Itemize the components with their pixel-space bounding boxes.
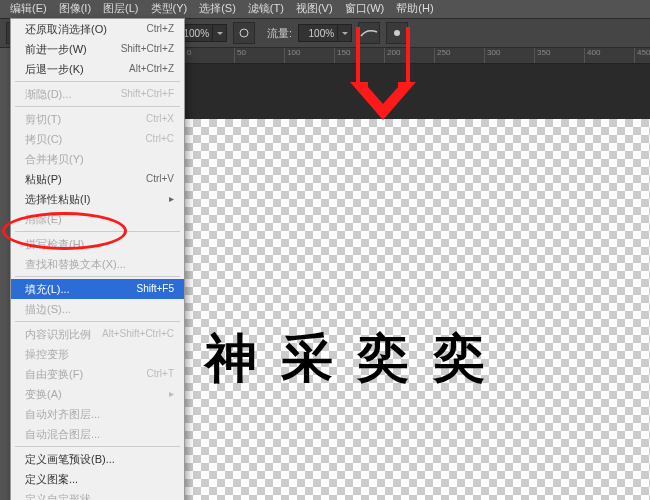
menu-separator [15, 81, 180, 82]
menu-window[interactable]: 窗口(W) [339, 0, 391, 18]
ruler-tick: 400 [585, 48, 635, 63]
canvas-text-layer: 神采奕奕 [205, 324, 509, 394]
menu-item-label: 自动混合图层... [25, 427, 100, 441]
menu-item-label: 清除(E) [25, 212, 62, 226]
menu-item-label: 自由变换(F) [25, 367, 83, 381]
menu-separator [15, 276, 180, 277]
menu-item[interactable]: 定义画笔预设(B)... [11, 449, 184, 469]
menu-item-shortcut: Ctrl+V [146, 172, 174, 186]
menu-filter[interactable]: 滤镜(T) [242, 0, 290, 18]
ruler-tick: 300 [485, 48, 535, 63]
ruler-tick: 0 [185, 48, 235, 63]
edit-menu-dropdown: 还原取消选择(O)Ctrl+Z前进一步(W)Shift+Ctrl+Z后退一步(K… [10, 18, 185, 500]
menu-item-label: 填充(L)... [25, 282, 70, 296]
menu-select[interactable]: 选择(S) [193, 0, 242, 18]
menu-item-shortcut: Ctrl+C [145, 132, 174, 146]
svg-point-1 [240, 29, 248, 37]
menu-item: 合并拷贝(Y) [11, 149, 184, 169]
menu-item: 查找和替换文本(X)... [11, 254, 184, 274]
menu-item-label: 定义画笔预设(B)... [25, 452, 115, 466]
menu-separator [15, 231, 180, 232]
ruler-tick: 150 [335, 48, 385, 63]
menu-item-shortcut: Alt+Ctrl+Z [129, 62, 174, 76]
menu-help[interactable]: 帮助(H) [390, 0, 439, 18]
menu-item-label: 还原取消选择(O) [25, 22, 107, 36]
menu-item-label: 粘贴(P) [25, 172, 62, 186]
menu-item-label: 拼写检查(H)... [25, 237, 93, 251]
ruler-tick: 350 [535, 48, 585, 63]
menu-item: 自由变换(F)Ctrl+T [11, 364, 184, 384]
menu-item: 自动对齐图层... [11, 404, 184, 424]
ruler-tick: 450 [635, 48, 650, 63]
menu-layer[interactable]: 图层(L) [97, 0, 144, 18]
menu-item: 自动混合图层... [11, 424, 184, 444]
menu-item-label: 定义图案... [25, 472, 78, 486]
menu-item-shortcut: Ctrl+Z [147, 22, 175, 36]
menu-item-shortcut: Ctrl+X [146, 112, 174, 126]
horizontal-ruler: 0501001502002503003504004505005506006507… [185, 48, 650, 64]
menu-type[interactable]: 类型(Y) [145, 0, 194, 18]
menu-item-label: 剪切(T) [25, 112, 61, 126]
menu-item-label: 后退一步(K) [25, 62, 84, 76]
menu-item[interactable]: 填充(L)...Shift+F5 [11, 279, 184, 299]
menu-item-label: 描边(S)... [25, 302, 71, 316]
menu-item-label: 查找和替换文本(X)... [25, 257, 126, 271]
menu-item: 清除(E) [11, 209, 184, 229]
menu-item-shortcut: Alt+Shift+Ctrl+C [102, 327, 174, 341]
menu-item-shortcut: Ctrl+T [147, 367, 175, 381]
menu-item[interactable]: 后退一步(K)Alt+Ctrl+Z [11, 59, 184, 79]
menu-item-label: 变换(A) [25, 387, 62, 401]
flow-field[interactable] [298, 24, 338, 42]
menu-item-shortcut: Shift+Ctrl+Z [121, 42, 174, 56]
menu-item: 剪切(T)Ctrl+X [11, 109, 184, 129]
menu-item: 操控变形 [11, 344, 184, 364]
canvas-workspace: 神采奕奕 [185, 64, 650, 500]
menu-item-label: 操控变形 [25, 347, 69, 361]
menu-item: 内容识别比例Alt+Shift+Ctrl+C [11, 324, 184, 344]
svg-point-2 [394, 30, 400, 36]
menu-item: 定义自定形状... [11, 489, 184, 500]
menu-item-label: 选择性粘贴(I) [25, 192, 90, 206]
menu-item: 拷贝(C)Ctrl+C [11, 129, 184, 149]
ruler-tick: 100 [285, 48, 335, 63]
menu-item-label: 合并拷贝(Y) [25, 152, 84, 166]
airbrush-icon[interactable] [358, 22, 380, 44]
menu-item-label: 自动对齐图层... [25, 407, 100, 421]
menu-item: 描边(S)... [11, 299, 184, 319]
menu-item: 变换(A)▸ [11, 384, 184, 404]
menu-item-label: 渐隐(D)... [25, 87, 71, 101]
menubar: 编辑(E) 图像(I) 图层(L) 类型(Y) 选择(S) 滤镜(T) 视图(V… [0, 0, 650, 18]
menu-item-label: 前进一步(W) [25, 42, 87, 56]
menu-view[interactable]: 视图(V) [290, 0, 339, 18]
menu-separator [15, 106, 180, 107]
flow-dropdown-icon[interactable] [338, 24, 352, 42]
pressure-size-icon[interactable] [386, 22, 408, 44]
ruler-tick: 250 [435, 48, 485, 63]
ruler-tick: 200 [385, 48, 435, 63]
pressure-opacity-icon[interactable] [233, 22, 255, 44]
menu-item-label: 定义自定形状... [25, 492, 100, 500]
menu-separator [15, 446, 180, 447]
menu-item: 渐隐(D)...Shift+Ctrl+F [11, 84, 184, 104]
opacity-dropdown-icon[interactable] [213, 24, 227, 42]
menu-item[interactable]: 粘贴(P)Ctrl+V [11, 169, 184, 189]
menu-item-label: 内容识别比例 [25, 327, 91, 341]
menu-separator [15, 321, 180, 322]
document-canvas[interactable]: 神采奕奕 [185, 119, 650, 500]
menu-edit[interactable]: 编辑(E) [4, 0, 53, 18]
menu-item-shortcut: Shift+F5 [136, 282, 174, 296]
menu-item: 拼写检查(H)... [11, 234, 184, 254]
ruler-tick: 50 [235, 48, 285, 63]
menu-image[interactable]: 图像(I) [53, 0, 97, 18]
menu-item-label: 拷贝(C) [25, 132, 62, 146]
flow-input[interactable] [298, 24, 352, 42]
menu-item[interactable]: 还原取消选择(O)Ctrl+Z [11, 19, 184, 39]
menu-item-shortcut: Shift+Ctrl+F [121, 87, 174, 101]
menu-item[interactable]: 定义图案... [11, 469, 184, 489]
menu-item-shortcut: ▸ [169, 387, 174, 401]
menu-item-shortcut: ▸ [169, 192, 174, 206]
menu-item[interactable]: 前进一步(W)Shift+Ctrl+Z [11, 39, 184, 59]
flow-label: 流量: [267, 26, 292, 41]
menu-item[interactable]: 选择性粘贴(I)▸ [11, 189, 184, 209]
